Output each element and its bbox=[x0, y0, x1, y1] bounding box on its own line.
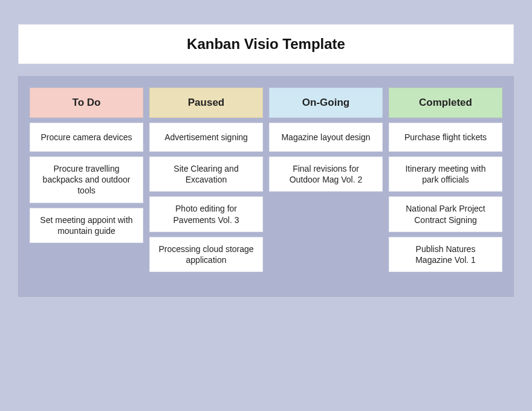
kanban-card[interactable]: Procure travelling backpacks and outdoor… bbox=[30, 157, 143, 203]
kanban-card[interactable]: Advertisement signing bbox=[149, 123, 263, 152]
page-title: Kanban Visio Template bbox=[18, 24, 514, 64]
column-header-todo: To Do bbox=[30, 88, 143, 118]
kanban-board: To Do Procure camera devices Procure tra… bbox=[18, 76, 514, 297]
kanban-columns: To Do Procure camera devices Procure tra… bbox=[30, 88, 502, 272]
column-ongoing: On-Going Magazine layout design Final re… bbox=[269, 88, 383, 272]
column-todo: To Do Procure camera devices Procure tra… bbox=[30, 88, 143, 272]
kanban-card[interactable]: Site Clearing and Excavation bbox=[149, 157, 263, 192]
kanban-card[interactable]: Photo editing for Pavements Vol. 3 bbox=[149, 196, 263, 231]
kanban-card[interactable]: Magazine layout design bbox=[269, 123, 383, 152]
kanban-card[interactable]: Itinerary meeting with park officials bbox=[389, 157, 502, 192]
kanban-card[interactable]: Purchase flight tickets bbox=[389, 123, 502, 152]
column-header-ongoing: On-Going bbox=[269, 88, 383, 118]
kanban-card[interactable]: Procure camera devices bbox=[30, 123, 143, 152]
kanban-card[interactable]: National Park Project Contract Signing bbox=[389, 196, 502, 231]
kanban-card[interactable]: Processing cloud storage application bbox=[149, 237, 263, 272]
kanban-card[interactable]: Final revisions for Outdoor Mag Vol. 2 bbox=[269, 157, 383, 192]
column-header-completed: Completed bbox=[389, 88, 502, 118]
column-header-paused: Paused bbox=[149, 88, 263, 118]
column-paused: Paused Advertisement signing Site Cleari… bbox=[149, 88, 263, 272]
column-completed: Completed Purchase flight tickets Itiner… bbox=[389, 88, 502, 272]
kanban-card[interactable]: Set meeting appoint with mountain guide bbox=[30, 208, 143, 243]
kanban-card[interactable]: Publish Natures Magazine Vol. 1 bbox=[389, 237, 502, 272]
